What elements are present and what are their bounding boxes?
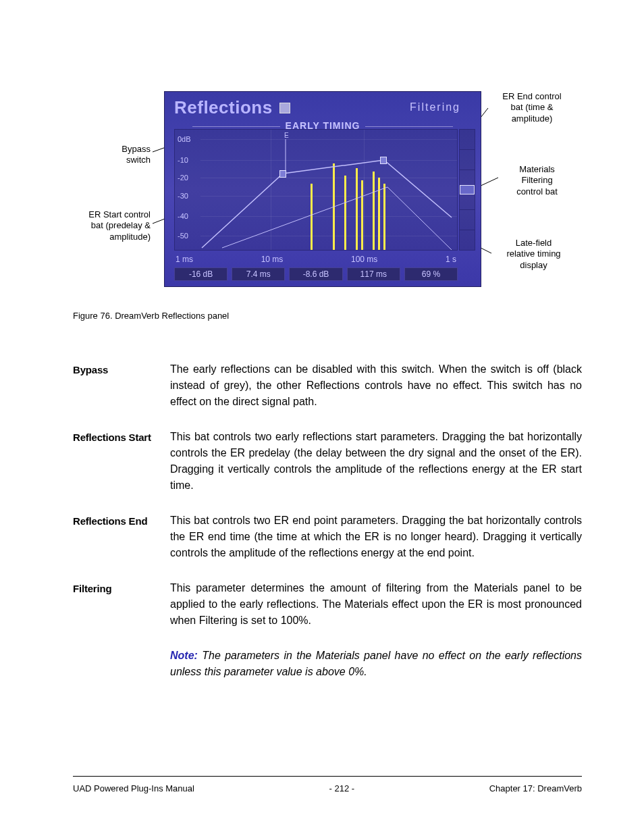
filter-seg [460, 149, 475, 170]
bypass-switch[interactable] [279, 103, 290, 113]
filter-seg [460, 230, 475, 250]
note-label: Note: [170, 650, 198, 661]
def-term: Reflections Start [73, 429, 170, 446]
readout[interactable]: -16 dB [174, 267, 227, 281]
envelope-lines: E [175, 130, 457, 250]
x-tick: 1 ms [176, 255, 193, 264]
annot-late-field-text: Late-field relative timing display [506, 238, 560, 270]
note-body: The parameters in the Materials panel ha… [170, 650, 582, 677]
reflections-panel: Reflections Filtering EARLY TIMING 0dB -… [164, 91, 481, 287]
note-body-wrap: Note: The parameters in the Materials pa… [170, 648, 582, 680]
def-note: Note: The parameters in the Materials pa… [73, 648, 582, 680]
def-body: This bat controls two ER end point param… [170, 513, 582, 561]
def-term-empty [73, 648, 170, 649]
def-term: Reflections End [73, 513, 170, 529]
x-axis: 1 ms 10 ms 100 ms 1 s [174, 255, 458, 264]
def-term: Filtering [73, 580, 170, 597]
definitions: Bypass The early reflections can be disa… [73, 361, 582, 680]
filter-seg [460, 130, 475, 149]
readout[interactable]: 117 ms [347, 267, 400, 281]
reflections-plot[interactable]: 0dB -10 -20 -30 -40 -50 [174, 129, 458, 251]
filtering-slider-track[interactable] [459, 129, 475, 251]
def-bypass: Bypass The early reflections can be disa… [73, 361, 582, 410]
readout[interactable]: 7.4 ms [232, 267, 285, 281]
footer-left: UAD Powered Plug-Ins Manual [73, 783, 194, 793]
annot-er-start: ER Start control bat (predelay & amplitu… [59, 209, 151, 242]
readout[interactable]: -8.6 dB [289, 267, 342, 281]
annot-er-end-text: ER End control bat (time & amplitude) [502, 91, 561, 124]
er-start-bat[interactable] [279, 170, 286, 178]
page-footer: UAD Powered Plug-Ins Manual - 212 - Chap… [73, 783, 582, 793]
x-tick: 1 s [446, 255, 456, 264]
annot-materials: Materials Filtering control bat [498, 164, 576, 197]
x-tick: 100 ms [351, 255, 377, 264]
annot-er-start-text: ER Start control bat (predelay & amplitu… [88, 209, 151, 242]
filter-seg [460, 209, 475, 230]
document-page: Bypass switch ER Start control bat (pred… [0, 0, 644, 834]
e-marker: E [284, 132, 289, 139]
def-term: Bypass [73, 361, 170, 378]
footer-right: Chapter 17: DreamVerb [489, 783, 582, 793]
filtering-bat[interactable] [460, 185, 475, 194]
reflections-diagram: Bypass switch ER Start control bat (pred… [66, 91, 574, 294]
footer-rule [73, 776, 582, 777]
annot-materials-text: Materials Filtering control bat [516, 164, 558, 197]
def-body: This parameter determines the amount of … [170, 580, 582, 629]
def-reflections-start: Reflections Start This bat controls two … [73, 429, 582, 494]
figure-caption: Figure 76. DreamVerb Reflections panel [73, 311, 582, 321]
def-body: The early reflections can be disabled wi… [170, 361, 582, 410]
annot-bypass: Bypass switch [76, 144, 151, 166]
readout[interactable]: 69 % [404, 267, 458, 281]
er-end-bat[interactable] [380, 157, 387, 164]
footer-center: - 212 - [329, 783, 355, 793]
panel-title: Reflections [174, 97, 273, 118]
annot-er-end: ER End control bat (time & amplitude) [488, 91, 576, 124]
filtering-label: Filtering [410, 101, 460, 113]
def-filtering: Filtering This parameter determines the … [73, 580, 582, 629]
annot-bypass-text: Bypass switch [122, 144, 151, 165]
x-tick: 10 ms [261, 255, 284, 264]
annot-late-field: Late-field relative timing display [491, 238, 576, 271]
def-body: This bat controls two early reflections … [170, 429, 582, 494]
readouts-row: -16 dB 7.4 ms -8.6 dB 117 ms 69 % [174, 267, 458, 281]
def-reflections-end: Reflections End This bat controls two ER… [73, 513, 582, 561]
